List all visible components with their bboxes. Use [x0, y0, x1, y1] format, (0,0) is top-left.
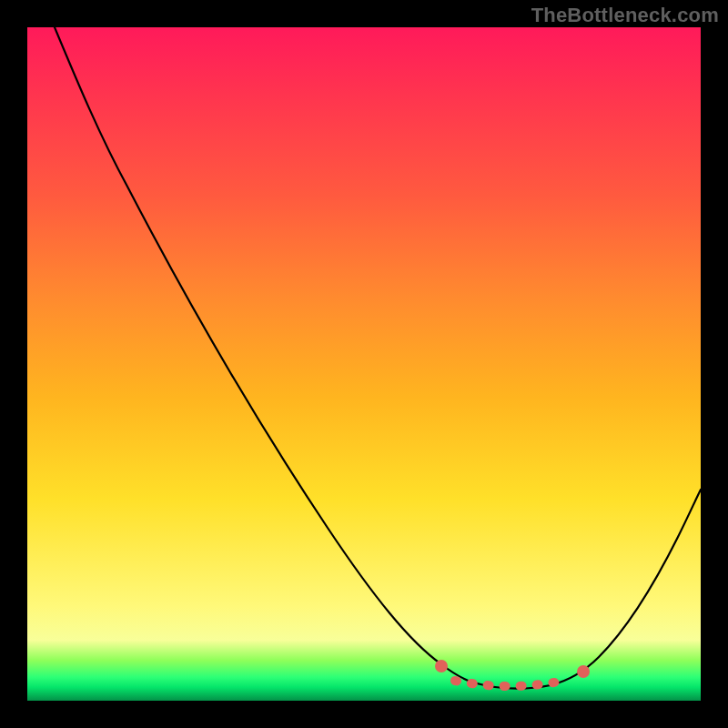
chart-frame: TheBottleneck.com — [0, 0, 728, 728]
plot-area — [27, 27, 701, 701]
bottleneck-curve — [55, 27, 701, 689]
optimal-range-end-dot — [577, 665, 590, 678]
optimal-range-start-dot — [435, 660, 448, 672]
curve-svg — [27, 27, 701, 701]
watermark-text: TheBottleneck.com — [531, 4, 719, 27]
